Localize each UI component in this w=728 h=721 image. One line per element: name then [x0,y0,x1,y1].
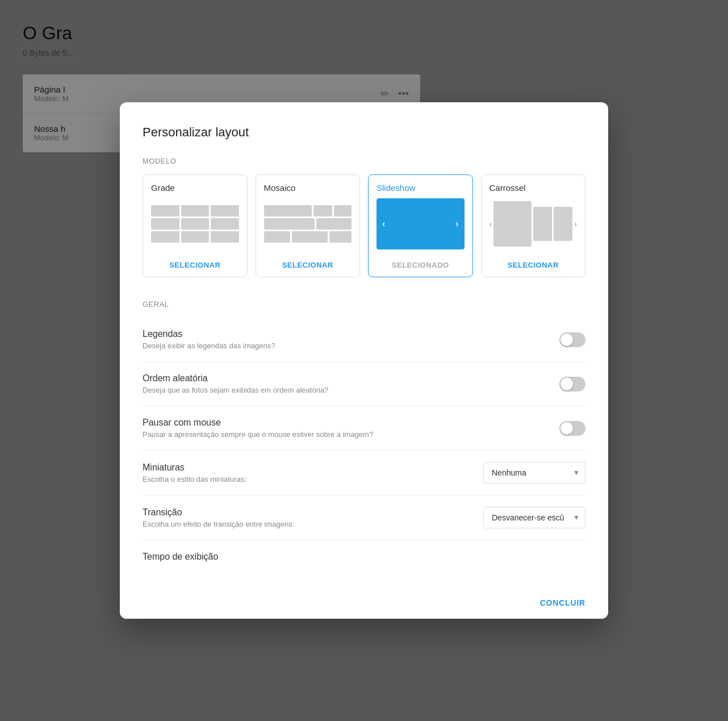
select-btn-carrossel[interactable]: SELECIONAR [508,261,559,269]
concluir-button[interactable]: CONCLUIR [540,598,585,607]
settings-row-pausar: Pausar com mouse Pausar a apresentação s… [143,406,585,451]
modal-title: Personalizar layout [143,125,585,140]
model-section-label: Modelo [143,157,585,165]
slide-prev-icon: ‹ [382,219,385,229]
model-preview-grade [151,198,239,249]
carrossel-next-icon: › [574,219,577,228]
slide-next-icon: › [455,219,458,229]
model-label-slideshow: Slideshow [369,175,472,198]
pausar-desc: Pausar a apresentação sempre que o mouse… [143,430,373,439]
select-btn-grade[interactable]: SELECIONAR [169,261,220,269]
carrossel-prev-icon: ‹ [489,219,492,228]
transicao-select[interactable]: Desvanecer-se escū Deslizar Nenhuma [483,507,585,528]
pausar-toggle[interactable] [559,421,585,436]
model-card-mosaico[interactable]: Mosaico [256,174,361,277]
miniaturas-select[interactable]: Nenhuma Pequena Média Grande [483,462,585,484]
model-label-carrossel: Carrossel [482,175,585,198]
selected-btn-slideshow: SELECIONADO [392,261,449,269]
settings-row-transicao: Transição Escolha um efeito de transição… [143,495,585,540]
model-cards-container: Grade [143,174,585,277]
model-card-slideshow[interactable]: Slideshow ‹ › SELECIONADO [368,174,473,277]
miniaturas-select-wrapper: Nenhuma Pequena Média Grande ▼ [483,462,585,484]
model-preview-carrossel: ‹ › [489,198,578,249]
model-label-mosaico: Mosaico [256,175,360,198]
miniaturas-title: Miniaturas [143,462,246,473]
modal-footer: CONCLUIR [120,587,608,619]
modal-content: Personalizar layout Modelo Grade [120,102,608,587]
general-section: Geral Legendas Deseja exibir as legendas… [143,300,585,581]
ordem-title: Ordem aleatória [143,373,328,384]
model-preview-mosaico [264,198,352,249]
transicao-title: Transição [143,507,294,518]
model-card-carrossel[interactable]: Carrossel ‹ › SELECIONAR [481,174,586,277]
settings-row-ordem: Ordem aleatória Deseja que as fotos seja… [143,362,585,406]
model-card-grade[interactable]: Grade [143,174,248,277]
miniaturas-desc: Escolha o estilo das miniaturas: [143,475,246,484]
select-btn-mosaico[interactable]: SELECIONAR [282,261,333,269]
ordem-toggle[interactable] [559,377,585,391]
settings-row-legendas: Legendas Deseja exibir as legendas das i… [143,318,585,362]
customize-layout-modal: Personalizar layout Modelo Grade [120,102,608,619]
settings-row-tempo: Tempo de exibição [143,540,585,581]
model-preview-slideshow: ‹ › [376,198,465,249]
tempo-title: Tempo de exibição [143,552,218,562]
pausar-title: Pausar com mouse [143,418,373,428]
ordem-desc: Deseja que as fotos sejam exibidas em or… [143,386,328,394]
legendas-title: Legendas [143,329,275,339]
general-section-label: Geral [143,300,585,309]
transicao-select-wrapper: Desvanecer-se escū Deslizar Nenhuma ▼ [483,507,585,528]
settings-row-miniaturas: Miniaturas Escolha o estilo das miniatur… [143,451,585,495]
modal-overlay: Personalizar layout Modelo Grade [0,0,728,721]
model-label-grade: Grade [143,175,247,198]
legendas-desc: Deseja exibir as legendas das imagens? [143,341,275,350]
legendas-toggle[interactable] [559,332,585,347]
transicao-desc: Escolha um efeito de transição entre ima… [143,520,294,528]
